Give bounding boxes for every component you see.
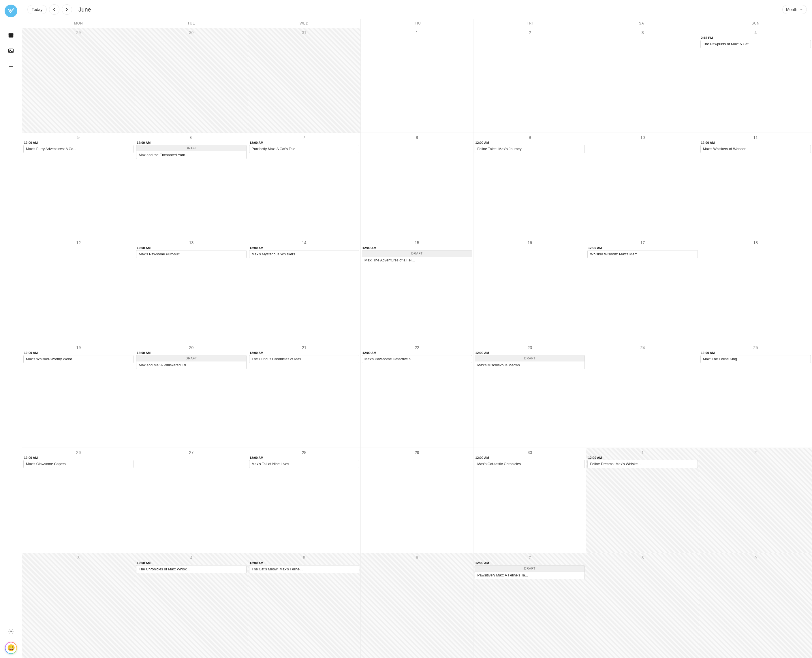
view-select-label: Month xyxy=(786,7,797,12)
calendar-cell[interactable]: 3 xyxy=(22,553,135,658)
calendar-cell[interactable]: 1712:00 AMWhisker Wisdom: Max's Mem... xyxy=(586,238,699,343)
date-number: 20 xyxy=(136,344,246,351)
event-time: 12:00 AM xyxy=(24,456,134,459)
calendar-cell[interactable]: 2812:00 AMMax's Tail of Nine Lives xyxy=(248,448,361,553)
calendar-cell[interactable]: 30 xyxy=(135,28,248,133)
date-number: 17 xyxy=(587,239,697,246)
calendar-event[interactable]: Feline Tales: Max's Journey xyxy=(474,145,585,153)
day-header-cell: SUN xyxy=(699,19,812,28)
date-number: 3 xyxy=(24,554,134,561)
event-time: 12:00 AM xyxy=(700,141,811,144)
calendar-cell[interactable]: 1912:00 AMMax's Whisker-Worthy Wond... xyxy=(22,343,135,448)
calendar-event[interactable]: Max's Cat-tastic Chronicles xyxy=(474,460,585,468)
calendar-cell[interactable]: 27 xyxy=(135,448,248,553)
date-number: 7 xyxy=(249,134,359,140)
calendar-event[interactable]: DRAFTMax's Mischievous Meows xyxy=(474,355,585,369)
calendar-cell[interactable]: 24 xyxy=(586,343,699,448)
calendar-cell[interactable]: 1312:00 AMMax's Pawsome Purr-suit xyxy=(135,238,248,343)
calendar-event[interactable]: DRAFTMax and Me: A Whiskered Fri... xyxy=(136,355,246,369)
calendar-event[interactable]: Max's Clawsome Capers xyxy=(24,460,134,468)
calendar-cell[interactable]: 6 xyxy=(361,553,473,658)
calendar-cell[interactable]: 1 xyxy=(361,28,473,133)
calendar-event[interactable]: The Chronicles of Max: Whisk... xyxy=(136,565,246,573)
calendar-cell[interactable]: 18 xyxy=(699,238,812,343)
date-number: 1 xyxy=(362,29,472,36)
view-select[interactable]: Month xyxy=(782,5,807,14)
calendar-event[interactable]: Max's Whiskers of Wonder xyxy=(700,145,811,153)
calendar-cell[interactable]: 9 xyxy=(699,553,812,658)
calendar-cell[interactable]: 8 xyxy=(586,553,699,658)
nav-add-icon[interactable] xyxy=(5,60,17,73)
calendar-cell[interactable]: 912:00 AMFeline Tales: Max's Journey xyxy=(473,133,586,238)
calendar-cell[interactable]: 2112:00 AMThe Curious Chronicles of Max xyxy=(248,343,361,448)
calendar-cell[interactable]: 31 xyxy=(248,28,361,133)
calendar-event[interactable]: Feline Dreams: Max's Whiske... xyxy=(587,460,697,468)
calendar-event[interactable]: Max: The Feline King xyxy=(700,355,811,363)
calendar-cell[interactable]: 10 xyxy=(586,133,699,238)
calendar-event[interactable]: Purrfectly Max: A Cat's Tale xyxy=(249,145,359,153)
calendar-cell[interactable]: 16 xyxy=(473,238,586,343)
calendar-cell[interactable]: 2 xyxy=(473,28,586,133)
date-number: 29 xyxy=(24,29,134,36)
date-number: 31 xyxy=(249,29,359,36)
next-button[interactable] xyxy=(62,4,72,15)
event-time: 12:00 AM xyxy=(474,141,585,144)
calendar-cell[interactable]: 712:00 AMPurrfectly Max: A Cat's Tale xyxy=(248,133,361,238)
calendar-cell[interactable]: 1512:00 AMDRAFTMax: The Adventures of a … xyxy=(361,238,473,343)
calendar-cell[interactable]: 1412:00 AMMax's Mysterious Whiskers xyxy=(248,238,361,343)
nav-calendar-icon[interactable] xyxy=(5,29,17,41)
event-draft-badge: DRAFT xyxy=(362,251,472,257)
calendar-cell[interactable]: 612:00 AMDRAFTMax and the Enchanted Yarn… xyxy=(135,133,248,238)
calendar-cell[interactable]: 112:00 AMFeline Dreams: Max's Whiske... xyxy=(586,448,699,553)
date-number: 3 xyxy=(587,29,697,36)
event-time: 12:00 AM xyxy=(249,246,359,250)
calendar-cell[interactable]: 2612:00 AMMax's Clawsome Capers xyxy=(22,448,135,553)
today-button[interactable]: Today xyxy=(27,5,47,14)
event-time: 12:00 AM xyxy=(474,561,585,565)
calendar-cell[interactable]: 2012:00 AMDRAFTMax and Me: A Whiskered F… xyxy=(135,343,248,448)
calendar-cell[interactable]: 29 xyxy=(22,28,135,133)
app-logo[interactable] xyxy=(5,5,17,17)
calendar-cell[interactable]: 8 xyxy=(361,133,473,238)
calendar-cell[interactable]: 29 xyxy=(361,448,473,553)
calendar-event[interactable]: Max's Paw-some Detective S... xyxy=(362,355,472,363)
calendar-cell[interactable]: 512:00 AMThe Cat's Meow: Max's Feline... xyxy=(248,553,361,658)
calendar-event[interactable]: Max's Whisker-Worthy Wond... xyxy=(24,355,134,363)
calendar-event[interactable]: Max's Furry Adventures: A Ca... xyxy=(24,145,134,153)
event-draft-badge: DRAFT xyxy=(475,566,584,572)
calendar-cell[interactable]: 2212:00 AMMax's Paw-some Detective S... xyxy=(361,343,473,448)
calendar-event[interactable]: The Curious Chronicles of Max xyxy=(249,355,359,363)
calendar-cell[interactable]: 3 xyxy=(586,28,699,133)
calendar-cell[interactable]: 2 xyxy=(699,448,812,553)
date-number: 4 xyxy=(136,554,246,561)
calendar-cell[interactable]: 412:00 AMThe Chronicles of Max: Whisk... xyxy=(135,553,248,658)
calendar-event[interactable]: DRAFTPawsitively Max: A Feline's Ta... xyxy=(474,565,585,579)
calendar-cell[interactable]: 2312:00 AMDRAFTMax's Mischievous Meows xyxy=(473,343,586,448)
calendar-cell[interactable]: 12 xyxy=(22,238,135,343)
calendar-event[interactable]: DRAFTMax: The Adventures of a Feli... xyxy=(362,250,472,264)
calendar-cell[interactable]: 1112:00 AMMax's Whiskers of Wonder xyxy=(699,133,812,238)
calendar-event[interactable]: Max's Mysterious Whiskers xyxy=(249,250,359,258)
calendar-event[interactable]: Max's Pawsome Purr-suit xyxy=(136,250,246,258)
calendar-cell[interactable]: 712:00 AMDRAFTPawsitively Max: A Feline'… xyxy=(473,553,586,658)
calendar-event[interactable]: Max's Tail of Nine Lives xyxy=(249,460,359,468)
nav-image-icon[interactable] xyxy=(5,44,17,57)
calendar-cell[interactable]: 512:00 AMMax's Furry Adventures: A Ca... xyxy=(22,133,135,238)
date-number: 1 xyxy=(587,449,697,455)
calendar-event[interactable]: The Cat's Meow: Max's Feline... xyxy=(249,565,359,573)
calendar-cell[interactable]: 3012:00 AMMax's Cat-tastic Chronicles xyxy=(473,448,586,553)
event-draft-badge: DRAFT xyxy=(137,356,246,362)
calendar-event[interactable]: The Pawprints of Max: A Cat'... xyxy=(700,40,811,48)
feedback-emoji-button[interactable]: 😀 xyxy=(5,642,17,654)
calendar-event[interactable]: Whisker Wisdom: Max's Mem... xyxy=(587,250,697,258)
chevron-down-icon xyxy=(799,8,803,11)
event-time: 12:00 AM xyxy=(474,351,585,354)
sidebar: 😀 xyxy=(0,0,22,658)
calendar-event[interactable]: DRAFTMax and the Enchanted Yarn... xyxy=(136,145,246,159)
event-title: Max and Me: A Whiskered Fri... xyxy=(137,362,246,369)
calendar-cell[interactable]: 2512:00 AMMax: The Feline King xyxy=(699,343,812,448)
svg-rect-1 xyxy=(9,33,14,35)
prev-button[interactable] xyxy=(49,4,60,15)
settings-icon[interactable] xyxy=(5,625,17,638)
calendar-cell[interactable]: 42:15 PMThe Pawprints of Max: A Cat'... xyxy=(699,28,812,133)
